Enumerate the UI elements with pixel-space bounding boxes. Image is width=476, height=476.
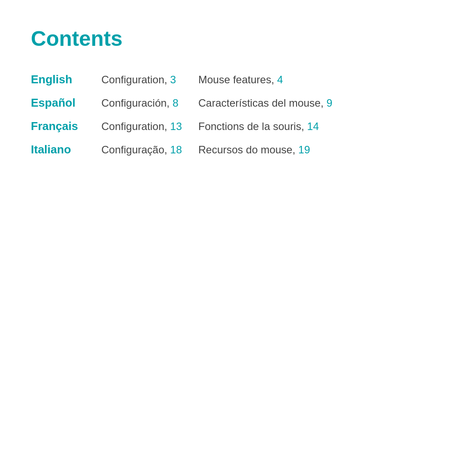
col3-entry: Mouse features, 4	[198, 74, 445, 86]
page-number: 9	[327, 97, 332, 109]
page-title: Contents	[31, 26, 445, 51]
page-number: 8	[172, 97, 178, 109]
language-label: Français	[31, 119, 101, 133]
language-label: English	[31, 73, 101, 86]
page-number: 4	[277, 74, 283, 86]
col3-entry: Fonctions de la souris, 14	[198, 120, 445, 133]
contents-table: EnglishConfiguration, 3Mouse features, 4…	[31, 73, 445, 156]
language-label: Español	[31, 96, 101, 110]
page-number: 3	[170, 74, 176, 86]
language-label: Italiano	[31, 143, 101, 156]
col2-entry: Configuration, 3	[101, 74, 198, 86]
page-number: 18	[170, 144, 182, 156]
page-container: Contents EnglishConfiguration, 3Mouse fe…	[0, 0, 476, 183]
col2-entry: Configuração, 18	[101, 144, 198, 156]
col2-entry: Configuración, 8	[101, 97, 198, 109]
page-number: 19	[298, 144, 310, 156]
col3-entry: Recursos do mouse, 19	[198, 144, 445, 156]
col2-entry: Configuration, 13	[101, 120, 198, 133]
col3-entry: Características del mouse, 9	[198, 97, 445, 109]
page-number: 14	[307, 120, 319, 132]
page-number: 13	[170, 120, 182, 132]
